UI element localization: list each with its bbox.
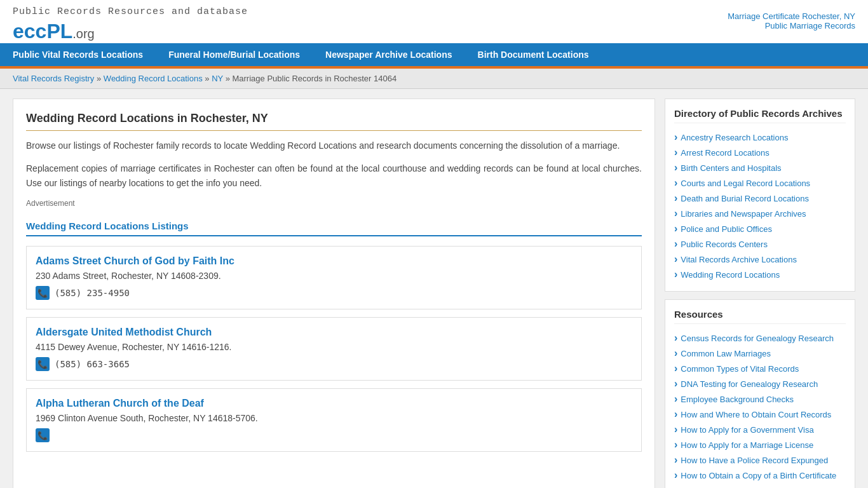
- list-item: Employee Background Checks: [674, 391, 846, 407]
- sidebar-resources-list: Census Records for Genealogy Research Co…: [674, 330, 846, 488]
- ad-label: Advertisement: [26, 199, 642, 208]
- dir-link-8[interactable]: Vital Records Archive Locations: [681, 255, 797, 264]
- nav-newspaper[interactable]: Newspaper Archive Locations: [313, 43, 465, 66]
- sidebar-directory-title: Directory of Public Records Archives: [674, 108, 846, 123]
- res-link-2[interactable]: Common Types of Vital Records: [681, 364, 799, 374]
- res-link-0[interactable]: Census Records for Genealogy Research: [681, 334, 834, 343]
- res-link-3[interactable]: DNA Testing for Genealogy Research: [681, 379, 818, 389]
- list-item: How to Apply for a Marriage License: [674, 437, 846, 452]
- dir-link-0[interactable]: Ancestry Research Locations: [681, 133, 788, 142]
- list-item: Libraries and Newspaper Archives: [674, 206, 846, 221]
- listing-address: 1969 Clinton Avenue South, Rochester, NY…: [36, 413, 632, 423]
- listing-address: 4115 Dewey Avenue, Rochester, NY 14616-1…: [36, 342, 632, 352]
- listing-name: Alpha Lutheran Church of the Deaf: [36, 398, 632, 409]
- logo-org: .org: [72, 27, 94, 41]
- listing-name: Aldersgate United Methodist Church: [36, 327, 632, 338]
- listing-address: 230 Adams Street, Rochester, NY 14608-23…: [36, 271, 632, 281]
- header: Public Records Resources and database ec…: [0, 0, 868, 43]
- list-item: Birth Centers and Hospitals: [674, 160, 846, 175]
- res-link-9[interactable]: How to Obtain a Copy of a Birth Certific…: [681, 471, 836, 480]
- breadcrumb-link-2[interactable]: Wedding Record Locations: [104, 74, 203, 83]
- dir-link-5[interactable]: Libraries and Newspaper Archives: [681, 209, 806, 219]
- breadcrumb-link-1[interactable]: Vital Records Registry: [13, 74, 94, 83]
- breadcrumb-current: Marriage Public Records in Rochester 140…: [232, 74, 397, 83]
- logo-area: Public Records Resources and database ec…: [13, 6, 248, 43]
- listing-name: Adams Street Church of God by Faith Inc: [36, 255, 632, 267]
- nav-birth-doc[interactable]: Birth Document Locations: [465, 43, 602, 66]
- breadcrumb: Vital Records Registry » Wedding Record …: [0, 69, 868, 89]
- content-para-2: Replacement copies of marriage certifica…: [26, 161, 642, 190]
- breadcrumb-sep-2: »: [205, 74, 212, 83]
- header-link-1[interactable]: Marriage Certificate Rochester, NY: [728, 11, 855, 21]
- page-title: Wedding Record Locations in Rochester, N…: [26, 112, 642, 131]
- sidebar-directory-list: Ancestry Research Locations Arrest Recor…: [674, 130, 846, 282]
- logo-ecc: ecc: [13, 20, 46, 43]
- sidebar: Directory of Public Records Archives Anc…: [665, 98, 855, 488]
- header-right: Marriage Certificate Rochester, NY Publi…: [728, 6, 855, 30]
- content-para-1: Browse our listings of Rochester family …: [26, 139, 642, 152]
- list-item: Wedding Record Locations: [674, 267, 846, 282]
- listing-link[interactable]: Adams Street Church of God by Faith Inc: [36, 255, 234, 266]
- list-item: DNA Testing for Genealogy Research: [674, 376, 846, 391]
- dir-link-6[interactable]: Police and Public Offices: [681, 224, 772, 234]
- list-item: Common Types of Vital Records: [674, 361, 846, 376]
- phone-number: (585) 663-3665: [55, 359, 130, 369]
- res-link-7[interactable]: How to Apply for a Marriage License: [681, 440, 813, 450]
- phone-number: (585) 235-4950: [55, 288, 130, 298]
- list-item: Public Records Centers: [674, 236, 846, 252]
- header-link-2[interactable]: Public Marriage Records: [728, 21, 855, 30]
- sidebar-resources-title: Resources: [674, 309, 846, 324]
- breadcrumb-sep-1: »: [97, 74, 104, 83]
- sidebar-resources-box: Resources Census Records for Genealogy R…: [665, 299, 855, 488]
- breadcrumb-link-3[interactable]: NY: [212, 74, 223, 83]
- sidebar-directory-box: Directory of Public Records Archives Anc…: [665, 98, 855, 292]
- phone-icon: 📞: [36, 357, 50, 371]
- list-item: Death and Burial Record Locations: [674, 191, 846, 206]
- dir-link-4[interactable]: Death and Burial Record Locations: [681, 194, 809, 203]
- list-item: How to Protect Your Online Privacy: [674, 483, 846, 488]
- list-item: Arrest Record Locations: [674, 145, 846, 160]
- dir-link-2[interactable]: Birth Centers and Hospitals: [681, 163, 781, 173]
- list-item: Courts and Legal Record Locations: [674, 175, 846, 191]
- list-item: How to Have a Police Record Expunged: [674, 452, 846, 468]
- listing-card: Alpha Lutheran Church of the Deaf 1969 C…: [26, 388, 642, 452]
- logo: eccPL.org: [13, 20, 248, 43]
- res-link-8[interactable]: How to Have a Police Record Expunged: [681, 456, 828, 465]
- list-item: Census Records for Genealogy Research: [674, 330, 846, 346]
- listing-phone: 📞 (585) 235-4950: [36, 286, 632, 300]
- phone-icon: 📞: [36, 286, 50, 300]
- dir-link-7[interactable]: Public Records Centers: [681, 240, 768, 249]
- nav-vital-records[interactable]: Public Vital Records Locations: [0, 43, 156, 66]
- listings-header: Wedding Record Locations Listings: [26, 220, 642, 236]
- phone-icon: 📞: [36, 428, 50, 442]
- list-item: Vital Records Archive Locations: [674, 252, 846, 267]
- listing-link[interactable]: Aldersgate United Methodist Church: [36, 327, 212, 337]
- content-area: Wedding Record Locations in Rochester, N…: [13, 98, 655, 488]
- logo-pl: PL: [46, 20, 72, 43]
- listing-card: Adams Street Church of God by Faith Inc …: [26, 246, 642, 309]
- breadcrumb-sep-3: »: [226, 74, 233, 83]
- listing-phone: 📞 (585) 663-3665: [36, 357, 632, 371]
- dir-link-3[interactable]: Courts and Legal Record Locations: [681, 179, 810, 188]
- dir-link-1[interactable]: Arrest Record Locations: [681, 148, 769, 158]
- main: Wedding Record Locations in Rochester, N…: [0, 89, 868, 488]
- res-link-6[interactable]: How to Apply for a Government Visa: [681, 425, 813, 435]
- navbar: Public Vital Records Locations Funeral H…: [0, 43, 868, 66]
- list-item: Police and Public Offices: [674, 221, 846, 236]
- tagline: Public Records Resources and database: [13, 6, 248, 17]
- res-link-1[interactable]: Common Law Marriages: [681, 349, 771, 358]
- res-link-10[interactable]: How to Protect Your Online Privacy: [681, 486, 809, 489]
- list-item: How and Where to Obtain Court Records: [674, 407, 846, 422]
- list-item: How to Apply for a Government Visa: [674, 422, 846, 437]
- list-item: Ancestry Research Locations: [674, 130, 846, 145]
- res-link-4[interactable]: Employee Background Checks: [681, 395, 794, 404]
- listing-phone: 📞: [36, 428, 632, 442]
- listing-link[interactable]: Alpha Lutheran Church of the Deaf: [36, 398, 204, 409]
- dir-link-9[interactable]: Wedding Record Locations: [681, 270, 780, 280]
- nav-funeral[interactable]: Funeral Home/Burial Locations: [156, 43, 313, 66]
- listing-card: Aldersgate United Methodist Church 4115 …: [26, 317, 642, 381]
- list-item: Common Law Marriages: [674, 346, 846, 361]
- list-item: How to Obtain a Copy of a Birth Certific…: [674, 468, 846, 483]
- res-link-5[interactable]: How and Where to Obtain Court Records: [681, 410, 831, 419]
